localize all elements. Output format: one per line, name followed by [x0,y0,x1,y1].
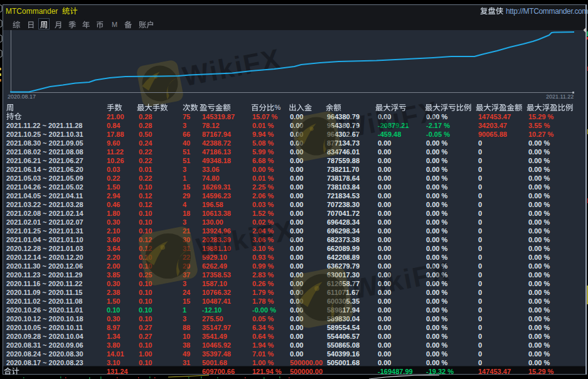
svg-text:%: % [275,104,281,111]
svg-text:WikiFX: WikiFX [349,255,452,304]
svg-text:WikiFX: WikiFX [180,43,284,92]
svg-text:WikiFX: WikiFX [338,95,441,144]
svg-text:WikiFX: WikiFX [194,214,297,263]
